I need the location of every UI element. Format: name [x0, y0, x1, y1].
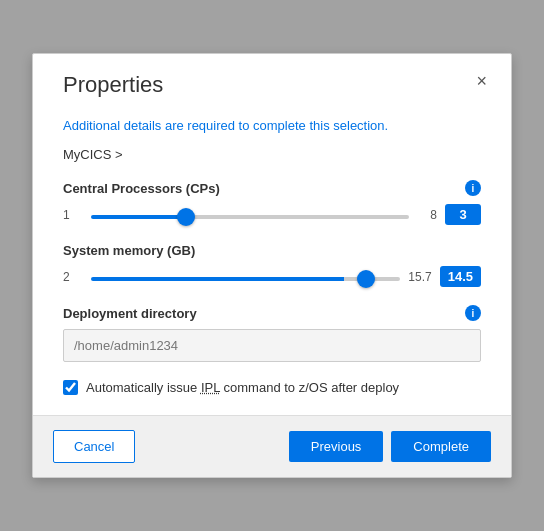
modal-body: Additional details are required to compl… [33, 108, 511, 415]
cp-label-row: Central Processors (CPs) i [63, 180, 481, 196]
breadcrumb: MyCICS > [63, 147, 481, 162]
cp-max: 8 [417, 208, 437, 222]
close-button[interactable]: × [472, 72, 491, 90]
memory-value: 14.5 [440, 266, 481, 287]
properties-modal: Properties × Additional details are requ… [32, 53, 512, 478]
modal-footer: Cancel Previous Complete [33, 415, 511, 477]
checkbox-label-prefix: Automatically issue [86, 380, 201, 395]
memory-max: 15.7 [408, 270, 431, 284]
memory-slider[interactable] [91, 277, 400, 281]
complete-button[interactable]: Complete [391, 431, 491, 462]
memory-min: 2 [63, 270, 83, 284]
deployment-label-row: Deployment directory i [63, 305, 481, 321]
memory-slider-row: 2 15.7 14.5 [63, 266, 481, 287]
ipl-checkbox-row: Automatically issue IPL command to z/OS … [63, 380, 481, 395]
subtitle-text: Additional details are required to compl… [63, 118, 481, 133]
memory-label-row: System memory (GB) [63, 243, 481, 258]
ipl-checkbox[interactable] [63, 380, 78, 395]
cp-label: Central Processors (CPs) [63, 181, 220, 196]
cancel-button[interactable]: Cancel [53, 430, 135, 463]
memory-slider-container [91, 269, 400, 284]
cp-slider-row: 1 8 3 [63, 204, 481, 225]
modal-title: Properties [63, 72, 163, 98]
modal-header: Properties × [33, 54, 511, 108]
cp-info-icon[interactable]: i [465, 180, 481, 196]
cp-slider[interactable] [91, 215, 409, 219]
ipl-link: IPL [201, 380, 220, 395]
deployment-label: Deployment directory [63, 306, 197, 321]
deployment-field-row: Deployment directory i [63, 305, 481, 362]
memory-field-row: System memory (GB) 2 15.7 14.5 [63, 243, 481, 287]
checkbox-label-suffix: command to z/OS after deploy [220, 380, 399, 395]
ipl-checkbox-label[interactable]: Automatically issue IPL command to z/OS … [86, 380, 399, 395]
cp-min: 1 [63, 208, 83, 222]
cp-field-row: Central Processors (CPs) i 1 8 3 [63, 180, 481, 225]
deployment-input[interactable] [63, 329, 481, 362]
previous-button[interactable]: Previous [289, 431, 384, 462]
cp-slider-container [91, 207, 409, 222]
memory-label: System memory (GB) [63, 243, 195, 258]
cp-value: 3 [445, 204, 481, 225]
modal-overlay: Properties × Additional details are requ… [0, 0, 544, 531]
footer-right-buttons: Previous Complete [289, 431, 491, 462]
deployment-info-icon[interactable]: i [465, 305, 481, 321]
